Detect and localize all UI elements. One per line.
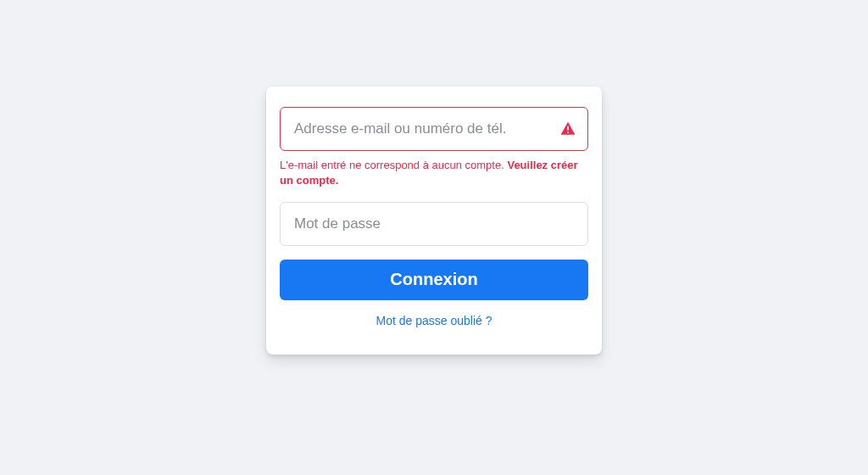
forgot-password-link[interactable]: Mot de passe oublié ? [280,314,588,327]
svg-rect-1 [567,132,569,134]
error-text-prefix: L'e-mail entré ne correspond à aucun com… [280,159,507,171]
email-input[interactable] [280,107,588,151]
password-field-wrapper [280,202,588,246]
email-field-wrapper [280,107,588,151]
login-button[interactable]: Connexion [280,260,588,300]
password-input[interactable] [280,202,588,246]
error-icon [559,120,576,137]
svg-rect-0 [567,126,569,131]
email-error-message: L'e-mail entré ne correspond à aucun com… [280,158,588,187]
login-card: L'e-mail entré ne correspond à aucun com… [266,87,602,354]
